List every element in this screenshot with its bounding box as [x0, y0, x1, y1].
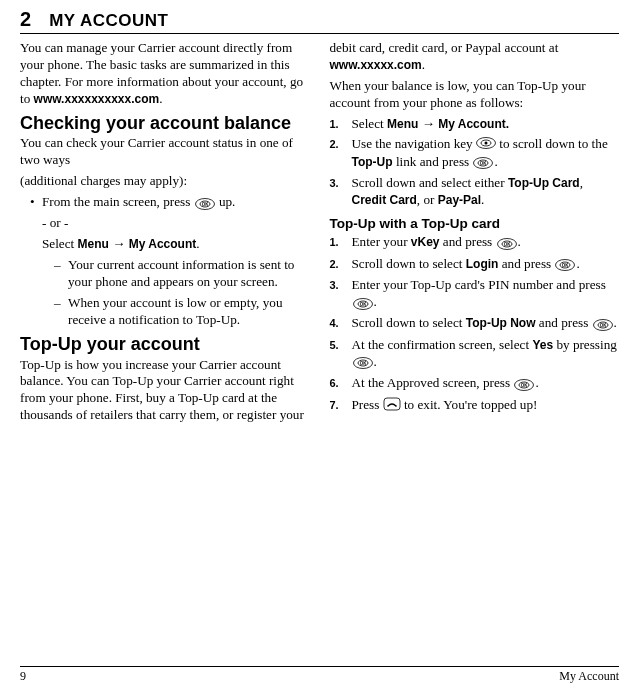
svg-text:OK: OK [599, 323, 607, 328]
step-select-menu: 1. Select Menu → My Account. [330, 116, 620, 133]
page-number: 9 [20, 669, 26, 684]
svg-text:OK: OK [503, 242, 511, 247]
substep-pin: 3. Enter your Top-Up card's PIN number a… [330, 277, 620, 311]
page-footer: 9 My Account [20, 666, 619, 684]
svg-text:OK: OK [359, 302, 367, 307]
svg-point-5 [485, 141, 488, 144]
content-columns: You can manage your Carrier account dire… [20, 40, 619, 424]
chapter-title: MY ACCOUNT [49, 11, 168, 31]
dash-account-info: Your current account information is sent… [54, 257, 310, 291]
ok-key-icon: OK [555, 256, 575, 273]
chapter-header: 2 MY ACCOUNT [20, 8, 619, 34]
ok-key-icon: OK [514, 376, 534, 393]
ok-key-icon: OK [593, 316, 613, 333]
ok-key-icon: OK [353, 354, 373, 371]
dash-notification: When your account is low or empty, you r… [54, 295, 310, 329]
svg-point-28 [387, 405, 389, 407]
ok-key-icon: OK [497, 235, 517, 252]
footer-title: My Account [559, 669, 619, 684]
ok-key-icon: OK [473, 154, 493, 171]
substep-confirm: 5. At the confirmation screen, select Ye… [330, 337, 620, 371]
heading-topup: Top-Up your account [20, 335, 310, 355]
ok-key-icon: OK [353, 295, 373, 312]
intro-paragraph: You can manage your Carrier account dire… [20, 40, 310, 108]
substep-enter-vkey: 1. Enter your vKey and press OK. [330, 234, 620, 251]
nav-key-icon [476, 137, 496, 154]
chapter-number: 2 [20, 8, 31, 31]
end-key-icon [383, 397, 401, 416]
svg-point-29 [395, 405, 397, 407]
heading-check-balance: Checking your account balance [20, 114, 310, 134]
subheading-topup-card: Top-Up with a Top-Up card [330, 215, 620, 232]
intro-url: www.xxxxxxxxxx.com [34, 92, 160, 106]
bullet-main-screen: From the main screen, press OK up. - or … [30, 194, 310, 329]
svg-text:OK: OK [562, 263, 570, 268]
step-select-topup-type: 3. Scroll down and select either Top-Up … [330, 175, 620, 209]
svg-text:OK: OK [201, 202, 209, 207]
svg-text:OK: OK [521, 383, 529, 388]
svg-text:OK: OK [480, 161, 488, 166]
substep-topup-now: 4. Scroll down to select Top-Up Now and … [330, 315, 620, 332]
substep-approved: 6. At the Approved screen, press OK. [330, 375, 620, 392]
substep-exit: 7. Press to exit. You're topped up! [330, 397, 620, 416]
svg-text:OK: OK [359, 361, 367, 366]
select-menu-line: Select Menu → My Account. [42, 236, 310, 253]
low-balance-para: When your balance is low, you can Top-Up… [330, 78, 620, 112]
substep-login: 2. Scroll down to select Login and press… [330, 256, 620, 273]
ok-key-icon: OK [195, 195, 215, 212]
balance-para2: (additional charges may apply): [20, 173, 310, 190]
or-text: - or - [42, 215, 310, 232]
topup-url: www.xxxxx.com [330, 58, 422, 72]
balance-para1: You can check your Carrier account statu… [20, 135, 310, 169]
step-nav-key: 2. Use the navigation key to scroll down… [330, 136, 620, 171]
